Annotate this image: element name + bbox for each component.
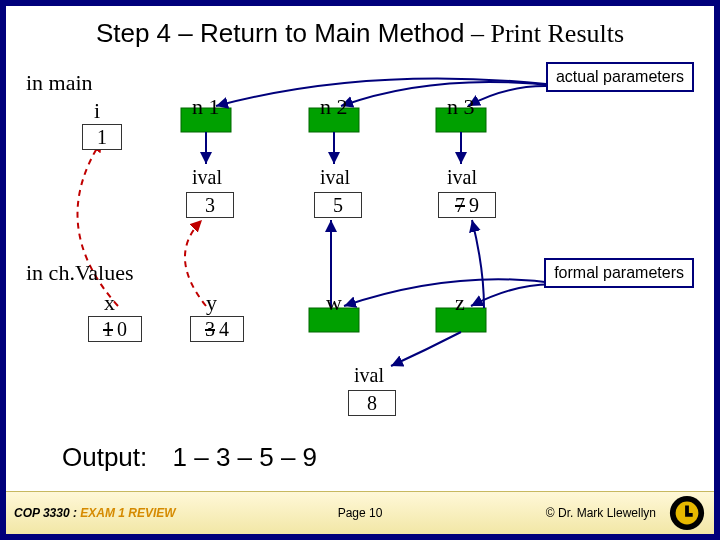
arrow-formal-w (344, 279, 561, 306)
var-w-label: w (326, 290, 342, 316)
ival8-label: ival (354, 364, 384, 387)
ucf-logo-icon (668, 494, 706, 532)
n1-ival-value: 3 (205, 194, 215, 216)
arrow-y-ival1 (185, 220, 206, 306)
var-x-new: 0 (117, 318, 127, 340)
n1-ival-label: ival (192, 166, 222, 189)
annotation-formal-params: formal parameters (544, 258, 694, 288)
arrow-z-ival3 (472, 220, 484, 308)
title-sub: – Print Results (464, 19, 624, 48)
arrow-actual-n1 (216, 78, 546, 106)
annotation-actual-params: actual parameters (546, 62, 694, 92)
slide-title: Step 4 – Return to Main Method – Print R… (6, 18, 714, 49)
n3-ival-new: 9 (469, 194, 479, 216)
n2-label: n 2 (320, 94, 348, 120)
footer: COP 3330 : EXAM 1 REVIEW Page 10 © Dr. M… (6, 491, 714, 534)
var-y-box: 34 (190, 316, 244, 342)
var-y-old: 3 (205, 318, 215, 340)
ival8-value: 8 (367, 392, 377, 414)
var-x-old: 1 (103, 318, 113, 340)
var-y-label: y (206, 290, 217, 316)
var-z-label: z (455, 290, 465, 316)
footer-exam: EXAM 1 REVIEW (80, 506, 175, 520)
ival8-box: 8 (348, 390, 396, 416)
n1-label: n 1 (192, 94, 220, 120)
footer-copyright: © Dr. Mark Llewellyn (546, 506, 656, 520)
var-y-new: 4 (219, 318, 229, 340)
output-value: 1 – 3 – 5 – 9 (173, 442, 318, 472)
n1-ival-box: 3 (186, 192, 234, 218)
scope-chvalues-label: in ch.Values (26, 260, 134, 286)
var-i-value: 1 (97, 126, 107, 148)
output-label: Output: (62, 442, 147, 472)
n3-ival-old: 7 (455, 194, 465, 216)
var-x-label: x (104, 290, 115, 316)
n3-ival-label: ival (447, 166, 477, 189)
title-main: Step 4 – Return to Main Method (96, 18, 465, 48)
footer-course: COP 3330 : EXAM 1 REVIEW (6, 506, 176, 520)
footer-page: Page 10 (338, 506, 383, 520)
var-i-label: i (94, 98, 100, 124)
n2-ival-label: ival (320, 166, 350, 189)
slide: Step 4 – Return to Main Method – Print R… (0, 0, 720, 540)
n3-label: n 3 (447, 94, 475, 120)
var-i-box: 1 (82, 124, 122, 150)
scope-main-label: in main (26, 70, 93, 96)
arrow-z-ival8 (391, 332, 461, 366)
footer-course-code: COP 3330 : (14, 506, 80, 520)
n2-ival-value: 5 (333, 194, 343, 216)
n3-ival-box: 79 (438, 192, 496, 218)
var-x-box: 10 (88, 316, 142, 342)
output-line: Output: 1 – 3 – 5 – 9 (62, 442, 317, 473)
n2-ival-box: 5 (314, 192, 362, 218)
